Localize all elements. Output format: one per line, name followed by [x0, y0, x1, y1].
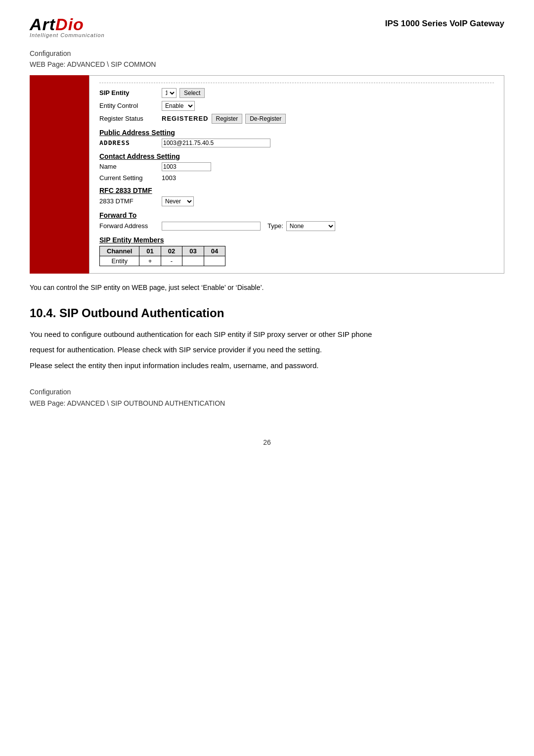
content-box: SIP Entity 1 2 3 4 Select Entity Control… — [30, 75, 504, 274]
sip-entity-row: SIP Entity 1 2 3 4 Select — [99, 88, 494, 98]
register-status-value: REGISTERED — [162, 115, 209, 122]
col-03: 03 — [182, 246, 204, 256]
section-para3: Please select the entity then input info… — [30, 359, 504, 372]
panel: SIP Entity 1 2 3 4 Select Entity Control… — [89, 75, 504, 274]
entity-03 — [182, 256, 204, 266]
current-setting-label: Current Setting — [99, 174, 159, 182]
dtmf-label: 2833 DTMF — [99, 197, 159, 205]
rfc-header: RFC 2833 DTMF — [99, 187, 494, 194]
breadcrumb-2: Configuration WEB Page: ADVANCED \ SIP O… — [30, 386, 504, 409]
current-setting-value: 1003 — [162, 174, 176, 182]
contact-address-header: Contact Address Setting — [99, 152, 494, 160]
section-10-4: 10.4. SIP Outbound Authentication You ne… — [30, 306, 504, 372]
col-channel: Channel — [100, 246, 139, 256]
forward-header: Forward To — [99, 211, 494, 219]
address-row: ADDRESS — [99, 139, 494, 147]
entity-02: - — [161, 256, 182, 266]
logo-art: Art — [30, 16, 55, 34]
sip-entity-label: SIP Entity — [99, 89, 159, 96]
sip-members-section: SIP Entity Members Channel 01 02 03 04 E… — [99, 236, 494, 266]
dtmf-select[interactable]: Never Always — [162, 196, 194, 206]
dtmf-row: 2833 DTMF Never Always — [99, 196, 494, 206]
type-select[interactable]: None Busy No Answer Unconditional — [286, 221, 335, 231]
deregister-button[interactable]: De-Register — [245, 114, 286, 124]
section-para1: You need to configure outbound authentic… — [30, 328, 504, 341]
breadcrumb-1-line1: Configuration — [30, 48, 504, 59]
page-header: ArtDio Intelligent Communication IPS 100… — [30, 15, 504, 38]
entity-04 — [204, 256, 225, 266]
breadcrumb-2-line1: Configuration — [30, 386, 504, 397]
logo-dio: Dio — [55, 16, 84, 34]
entity-control-select[interactable]: Enable Disable — [162, 101, 195, 111]
forward-address-row: Forward Address Type: None Busy No Answe… — [99, 221, 494, 231]
forward-section: Forward To Forward Address Type: None Bu… — [99, 211, 494, 231]
public-address-section: Public Address Setting ADDRESS — [99, 129, 494, 147]
col-01: 01 — [139, 246, 161, 256]
section-para2: request for authentication. Please check… — [30, 343, 504, 356]
current-setting-row: Current Setting 1003 — [99, 174, 494, 182]
page-number: 26 — [30, 438, 504, 446]
register-status-row: Register Status REGISTERED Register De-R… — [99, 114, 494, 124]
col-04: 04 — [204, 246, 225, 256]
name-label: Name — [99, 163, 159, 170]
entity-01: + — [139, 256, 161, 266]
public-address-header: Public Address Setting — [99, 129, 494, 137]
select-button[interactable]: Select — [179, 88, 205, 98]
address-input[interactable] — [162, 139, 270, 147]
address-label: ADDRESS — [99, 139, 159, 146]
entity-control-label: Entity Control — [99, 102, 159, 109]
entity-cell: Entity — [100, 256, 139, 266]
logo: ArtDio — [30, 15, 84, 34]
register-status-label: Register Status — [99, 115, 159, 122]
product-title: IPS 1000 Series VoIP Gateway — [385, 15, 504, 29]
divider — [99, 83, 494, 83]
red-sidebar — [30, 75, 89, 274]
rfc-section: RFC 2833 DTMF 2833 DTMF Never Always — [99, 187, 494, 206]
entity-control-row: Entity Control Enable Disable — [99, 101, 494, 111]
forward-address-label: Forward Address — [99, 222, 159, 230]
forward-address-input[interactable] — [162, 222, 261, 231]
breadcrumb-2-line2: WEB Page: ADVANCED \ SIP OUTBOUND AUTHEN… — [30, 398, 504, 409]
name-row: Name — [99, 162, 494, 171]
sip-entity-select[interactable]: 1 2 3 4 — [162, 88, 177, 98]
sip-members-table: Channel 01 02 03 04 Entity + - — [99, 246, 225, 266]
table-header-row: Channel 01 02 03 04 — [100, 246, 225, 256]
sip-members-header: SIP Entity Members — [99, 236, 494, 244]
logo-area: ArtDio Intelligent Communication — [30, 15, 105, 38]
section-title: 10.4. SIP Outbound Authentication — [30, 306, 504, 320]
name-input[interactable] — [162, 162, 211, 171]
contact-address-section: Contact Address Setting Name Current Set… — [99, 152, 494, 182]
col-02: 02 — [161, 246, 182, 256]
register-button[interactable]: Register — [212, 114, 243, 124]
type-label: Type: — [267, 222, 283, 230]
logo-subtitle: Intelligent Communication — [30, 32, 105, 38]
note-text: You can control the SIP entity on WEB pa… — [30, 284, 504, 291]
breadcrumb-1: Configuration WEB Page: ADVANCED \ SIP C… — [30, 48, 504, 70]
table-row: Entity + - — [100, 256, 225, 266]
breadcrumb-1-line2: WEB Page: ADVANCED \ SIP COMMON — [30, 59, 504, 70]
